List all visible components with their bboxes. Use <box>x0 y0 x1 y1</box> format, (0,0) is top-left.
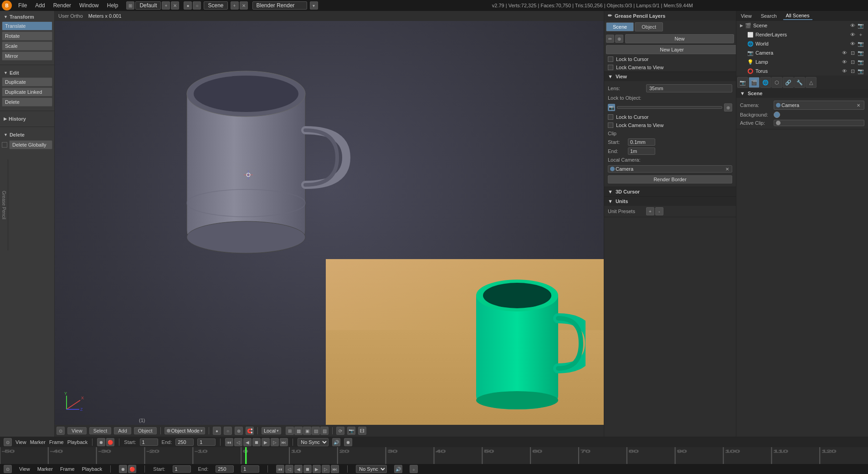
edit-header[interactable]: ▼ Edit <box>2 69 52 77</box>
lamp-vis-icon[interactable]: 👁 <box>841 58 848 66</box>
camera-selector-close[interactable]: ✕ <box>724 166 730 172</box>
props-tab-scene[interactable]: 🎬 <box>749 77 760 88</box>
view-btn[interactable]: View <box>67 427 87 434</box>
local-global-selector[interactable]: Local ▾ <box>262 427 281 434</box>
rl-vis-icon[interactable]: 👁 <box>849 31 856 38</box>
props-clip-selector[interactable] <box>774 120 864 126</box>
props-tab-modifier[interactable]: 🔧 <box>794 77 805 88</box>
step-back-icon[interactable]: ◁ <box>234 438 242 446</box>
sb-current-input[interactable] <box>241 465 259 473</box>
render-engine[interactable]: Blender Render <box>252 1 307 10</box>
sb-frame-btn[interactable]: Frame <box>60 466 75 472</box>
sb-step-back-icon[interactable]: ◁ <box>285 465 293 473</box>
sb-view-btn[interactable]: View <box>19 466 30 472</box>
sb-jump-end-icon[interactable]: ⏭ <box>331 465 339 473</box>
lamp-render-icon[interactable]: 📷 <box>857 58 864 66</box>
props-tab-data[interactable]: △ <box>806 77 817 88</box>
torus-vis-icon[interactable]: 👁 <box>841 67 848 75</box>
camera-sel-icon[interactable]: ⊡ <box>849 49 856 56</box>
play-icon[interactable]: ▶ <box>262 438 270 446</box>
units-section-header[interactable]: ▼ Units <box>604 197 736 206</box>
lock-to-cursor-checkbox[interactable] <box>608 56 613 62</box>
sb-stop-icon[interactable]: ⏹ <box>303 465 312 473</box>
snap-icon[interactable]: 🧲 <box>246 427 254 435</box>
props-tab-constraint[interactable]: 🔗 <box>783 77 794 88</box>
grid-icon5[interactable]: ▥ <box>320 427 329 435</box>
del-scene-icon[interactable]: ✕ <box>240 1 248 10</box>
view-section-header[interactable]: ▼ View <box>604 72 736 81</box>
sb-rec-icon2[interactable]: 🔴 <box>128 465 136 473</box>
props-tab-object[interactable]: ⬡ <box>771 77 782 88</box>
add-btn[interactable]: Add <box>114 427 131 434</box>
sb-start-input[interactable] <box>173 465 191 473</box>
sb-rec-icon[interactable]: ⏺ <box>119 465 127 473</box>
world-vis-icon[interactable]: 👁 <box>849 40 856 47</box>
props-camera-selector[interactable]: Camera ✕ <box>774 101 864 110</box>
jump-end-icon[interactable]: ⏭ <box>280 438 288 446</box>
camera-icon[interactable]: 📷 <box>347 427 355 435</box>
add-screen-icon[interactable]: + <box>162 1 170 10</box>
torus-render-icon[interactable]: 📷 <box>857 67 864 75</box>
grid-icon4[interactable]: ▤ <box>312 427 320 435</box>
sb-step-forward-icon[interactable]: ▷ <box>322 465 330 473</box>
scale-btn[interactable]: Scale <box>2 41 52 51</box>
stop-icon[interactable]: ⏹ <box>252 438 261 446</box>
mirror-btn[interactable]: Mirror <box>2 51 52 61</box>
gp-add-icon[interactable]: ⊕ <box>615 35 623 43</box>
gp-new-btn[interactable]: New <box>625 34 734 43</box>
mug-3d-scene[interactable]: X Y Z (1) <box>55 21 604 437</box>
outliner-item-renderlayers[interactable]: ⬜ RenderLayers 👁 + <box>736 30 868 39</box>
delete-header[interactable]: ▼ Delete <box>2 131 52 139</box>
sb-play-icon[interactable]: ▶ <box>313 465 321 473</box>
sb-playback-btn[interactable]: Playback <box>82 466 103 472</box>
sb-play-back-icon[interactable]: ◀ <box>294 465 303 473</box>
rotate-btn[interactable]: Rotate <box>2 31 52 41</box>
scene-section-header[interactable]: ▼ Scene <box>736 89 868 98</box>
grid-icon3[interactable]: ▣ <box>303 427 311 435</box>
scene-vis-icon[interactable]: 👁 <box>849 22 856 29</box>
jump-start-icon[interactable]: ⏮ <box>225 438 233 446</box>
grid-icon2[interactable]: ▦ <box>294 427 303 435</box>
tl-view-btn[interactable]: View <box>15 439 26 445</box>
mode-selector[interactable]: Object Mode ▾ <box>164 427 205 434</box>
sb-mode-icon[interactable]: ⊙ <box>4 465 12 473</box>
tl-start-input[interactable] <box>140 438 158 446</box>
timeline-ruler[interactable]: -50 -40 -30 -20 -10 0 10 20 30 <box>0 447 868 464</box>
history-header[interactable]: ▶ History <box>2 115 52 123</box>
lamp-sel-icon[interactable]: ⊡ <box>849 58 856 66</box>
viewport-3d[interactable]: X Y Z (1) ⊙ View Select Add Object <box>55 21 604 437</box>
sb-sync-select[interactable]: No Sync <box>356 465 387 473</box>
sb-jump-start-icon[interactable]: ⏮ <box>276 465 284 473</box>
clip-start-input[interactable] <box>628 138 655 146</box>
gp-new-layer-btn[interactable]: New Layer <box>606 45 736 54</box>
camera-selector[interactable]: Camera ✕ <box>608 165 732 173</box>
delete-btn[interactable]: Delete <box>2 97 52 107</box>
outliner-item-camera[interactable]: 📷 Camera 👁 ⊡ 📷 <box>736 48 868 57</box>
clip-end-input[interactable] <box>628 148 655 155</box>
props-tab-render[interactable]: 📷 <box>737 77 748 88</box>
menu-add[interactable]: Add <box>31 1 48 10</box>
pivot-icon[interactable]: ⊕ <box>235 427 243 435</box>
delete-globally-checkbox[interactable] <box>2 142 7 148</box>
delete-globally-btn[interactable]: Delete Globally <box>9 140 52 149</box>
props-tab-world[interactable]: 🌐 <box>760 77 771 88</box>
select-btn[interactable]: Select <box>89 427 112 434</box>
sync-icon[interactable]: ⟳ <box>336 427 344 435</box>
lens-value[interactable]: 35mm <box>646 84 732 92</box>
draw-icon[interactable]: ● <box>213 427 221 435</box>
render-icon[interactable]: 🎞 <box>358 427 366 435</box>
scene-name[interactable]: Scene <box>204 1 227 10</box>
render-border-btn[interactable]: Render Border <box>608 175 732 183</box>
view-lock-cam-checkbox[interactable] <box>608 122 613 128</box>
gp-pencil-small-icon[interactable]: ✏ <box>606 35 614 43</box>
camera-vis-icon[interactable]: 👁 <box>841 49 848 56</box>
tl-playback-btn[interactable]: Playback <box>67 439 88 445</box>
step-forward-icon[interactable]: ▷ <box>271 438 279 446</box>
lock-camera-checkbox[interactable] <box>608 65 613 70</box>
view-lock-cursor-checkbox[interactable] <box>608 114 613 120</box>
outliner-item-scene[interactable]: ▶ 🎬 Scene 👁 📷 <box>736 21 868 30</box>
screen-name[interactable]: Default <box>135 1 161 10</box>
world-render-icon[interactable]: 📷 <box>857 40 864 47</box>
translate-btn[interactable]: Translate <box>2 21 52 31</box>
del-screen-icon[interactable]: ✕ <box>171 1 179 10</box>
